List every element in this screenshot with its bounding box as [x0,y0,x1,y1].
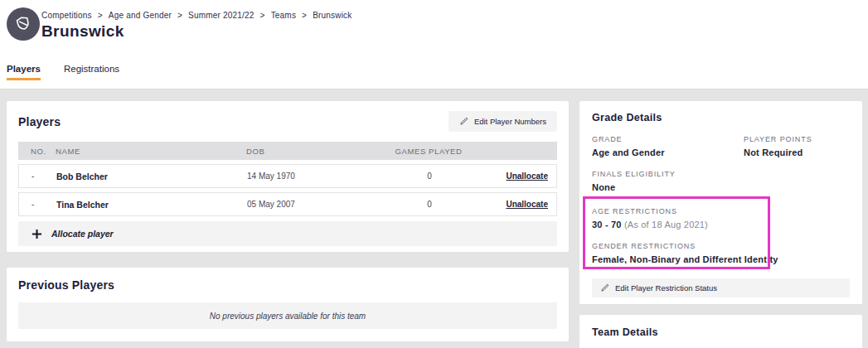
previous-players-title: Previous Players [18,278,557,292]
unallocate-link[interactable]: Unallocate [506,172,548,181]
pencil-icon [600,283,609,292]
allocate-player-button[interactable]: Allocate player [18,221,557,246]
grade-details-panel: Grade Details GRADE Age and Gender PLAYE… [579,101,862,304]
player-dob: 05 May 2007 [247,200,380,209]
breadcrumb-teams[interactable]: Teams [271,11,296,20]
player-points-label: PLAYER POINTS [744,135,850,143]
column-header-no: NO. [18,147,56,156]
age-restrictions-value: 30 - 70 [592,220,622,230]
team-logo [7,7,40,41]
unallocate-link[interactable]: Unallocate [506,200,548,209]
field-age-restrictions: AGE RESTRICTIONS 30 - 70 (As of 18 Aug 2… [592,207,850,230]
breadcrumb-age-and-gender[interactable]: Age and Gender [109,11,172,20]
player-games-played: 0 [380,200,479,209]
player-points-value: Not Required [744,147,850,157]
player-number: - [19,172,56,181]
column-header-dob: DOB [246,147,379,156]
edit-player-numbers-label: Edit Player Numbers [474,117,546,126]
field-grade: GRADE Age and Gender [592,135,744,157]
column-header-games-played: GAMES PLAYED [379,147,478,156]
field-finals-eligibility: FINALS ELIGIBILITY None [592,170,850,192]
breadcrumb-separator: > [177,11,182,20]
pencil-icon [459,117,468,126]
team-details-panel: Team Details [579,315,862,348]
plus-icon [32,229,42,239]
breadcrumb-competitions[interactable]: Competitions [41,11,92,20]
player-name: Bob Belcher [56,172,247,181]
field-player-points: PLAYER POINTS Not Required [744,135,850,157]
finals-eligibility-label: FINALS ELIGIBILITY [592,170,850,178]
breadcrumb-season[interactable]: Summer 2021/22 [188,11,255,20]
player-name: Tina Belcher [56,200,247,210]
page-title: Brunswick [41,22,124,41]
page-header: Competitions > Age and Gender > Summer 2… [0,0,868,89]
tab-registrations[interactable]: Registrations [64,64,119,80]
team-page: Competitions > Age and Gender > Summer 2… [0,0,868,348]
gender-restrictions-value: Female, Non-Binary and Different Identit… [592,254,850,264]
breadcrumb-separator: > [98,11,103,20]
field-gender-restrictions: GENDER RESTRICTIONS Female, Non-Binary a… [592,242,850,264]
breadcrumb-separator: > [302,11,307,20]
grade-value: Age and Gender [592,147,744,157]
age-restrictions-note: (As of 18 Aug 2021) [624,220,708,230]
table-row-bob-belcher: - Bob Belcher 14 May 1970 0 Unallocate [18,164,557,188]
edit-player-numbers-button[interactable]: Edit Player Numbers [449,111,557,132]
shield-icon [14,15,32,33]
breadcrumb-separator: > [260,11,265,20]
previous-players-panel: Previous Players No previous players ava… [7,268,569,341]
allocate-player-label: Allocate player [51,229,114,239]
table-row-tina-belcher: - Tina Belcher 05 May 2007 0 Unallocate [18,192,557,216]
players-panel: Players Edit Player Numbers NO. NAME DOB… [7,101,569,252]
previous-players-empty-state: No previous players available for this t… [18,302,557,329]
gender-restrictions-label: GENDER RESTRICTIONS [592,242,850,250]
player-number: - [19,200,56,209]
team-details-title: Team Details [592,326,850,338]
column-header-name: NAME [56,147,246,156]
finals-eligibility-value: None [592,182,850,192]
grade-details-title: Grade Details [592,112,850,123]
age-restrictions-label: AGE RESTRICTIONS [592,207,850,215]
edit-player-restriction-status-label: Edit Player Restriction Status [615,283,717,292]
player-dob: 14 May 1970 [247,172,380,181]
player-games-played: 0 [380,172,479,181]
breadcrumb: Competitions > Age and Gender > Summer 2… [41,11,352,20]
grade-label: GRADE [592,135,744,143]
edit-player-restriction-status-button[interactable]: Edit Player Restriction Status [592,278,850,297]
tab-players[interactable]: Players [7,64,41,80]
players-table-header: NO. NAME DOB GAMES PLAYED [18,142,557,160]
tab-bar: Players Registrations [7,64,119,80]
breadcrumb-current-team: Brunswick [313,11,352,20]
players-panel-title: Players [18,115,61,128]
